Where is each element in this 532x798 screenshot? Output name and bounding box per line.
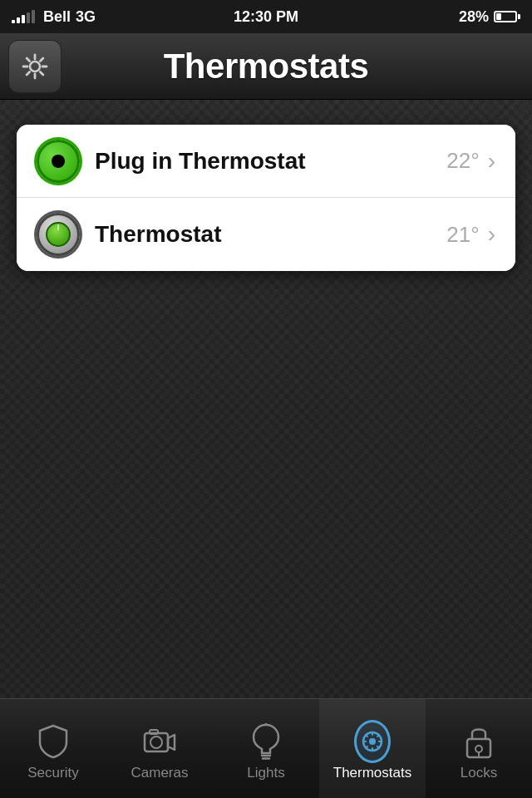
svg-line-7 [40,58,43,62]
device-name: Plug in Thermostat [95,148,446,175]
svg-point-0 [30,62,40,71]
lock-icon [461,723,497,760]
device-name: Thermostat [95,221,446,248]
chevron-right-icon: › [488,221,495,248]
tab-cameras-label: Cameras [131,765,189,781]
tab-locks[interactable]: Locks [426,699,532,798]
status-bar: Bell 3G 12:30 PM 28% [0,0,532,33]
svg-point-11 [150,736,162,748]
tab-cameras[interactable]: Cameras [106,699,213,798]
nav-bar: Thermostats [0,33,532,100]
thermostat-list: Plug in Thermostat 22° › Thermostat 21° … [17,125,515,271]
tab-thermostats[interactable]: Thermostats [319,699,426,798]
thermostats-icon [354,723,391,760]
settings-button[interactable] [8,40,62,93]
svg-line-5 [27,58,30,62]
tab-lights[interactable]: Lights [213,699,319,798]
tab-security-label: Security [27,765,78,781]
svg-line-8 [27,71,30,75]
svg-point-9 [52,155,65,168]
camera-icon [141,723,178,760]
device-status-icon [37,213,80,256]
gear-icon [20,52,50,81]
thermostat-item[interactable]: Thermostat 21° › [17,198,515,271]
tab-thermostats-label: Thermostats [333,765,411,781]
lights-icon [248,723,284,760]
plug-thermostat-icon [49,152,67,170]
network-type: 3G [76,8,96,26]
thermostat-item[interactable]: Plug in Thermostat 22° › [17,125,515,198]
tab-bar: Security Cameras Lights [0,698,532,798]
battery-info: 28% [459,8,520,26]
page-title: Thermostats [164,47,369,86]
tab-lights-label: Lights [247,765,284,781]
device-temperature: 22° [446,148,479,174]
chevron-right-icon: › [488,148,495,175]
tab-locks-label: Locks [461,765,497,781]
svg-point-27 [475,746,482,752]
device-temperature: 21° [446,222,479,248]
device-status-icon [37,140,80,183]
tab-security[interactable]: Security [0,699,106,798]
svg-rect-12 [150,730,158,734]
battery-icon [494,11,520,22]
signal-icon [12,10,35,23]
battery-percentage: 28% [459,8,489,26]
svg-line-6 [40,71,43,75]
status-time: 12:30 PM [234,8,298,26]
carrier-name: Bell [43,8,71,26]
carrier-info: Bell 3G [12,8,96,26]
security-icon [35,723,71,760]
main-content: Plug in Thermostat 22° › Thermostat 21° … [0,100,532,698]
svg-point-17 [369,738,376,745]
